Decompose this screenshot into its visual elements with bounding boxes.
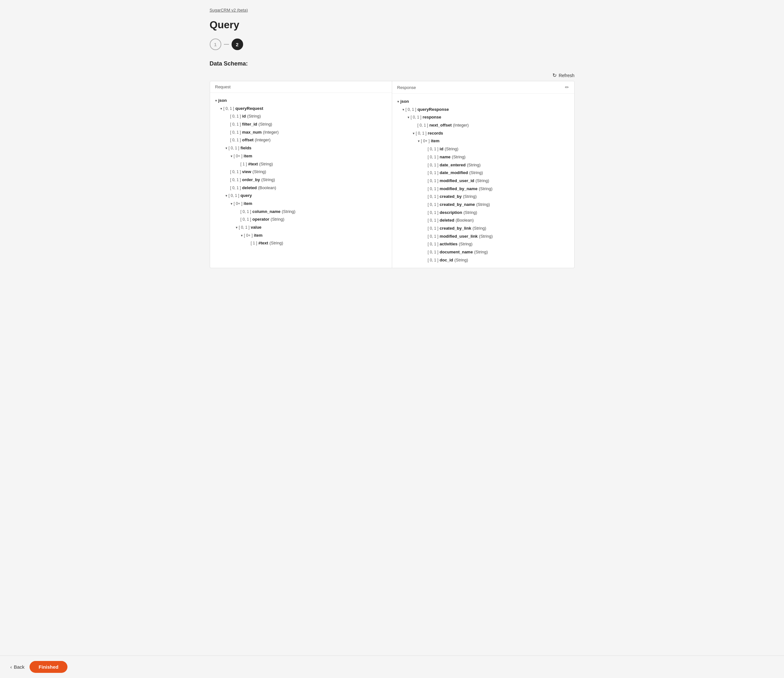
badge: [ 0, 1 ]: [428, 249, 439, 256]
field-name: column_name: [252, 208, 280, 216]
chevron-icon: ▾: [215, 97, 217, 104]
tree-row: [ 0, 1 ]name(String): [397, 153, 569, 161]
chevron-icon: ▾: [408, 114, 409, 121]
field-type: (Boolean): [258, 184, 276, 192]
field-type: (String): [473, 224, 486, 233]
badge: [ 0, 1 ]: [428, 177, 439, 185]
field-name: item: [244, 152, 252, 160]
tree-row: [ 0, 1 ]offset(Integer): [215, 136, 387, 144]
field-type: (String): [261, 176, 275, 184]
field-type: (String): [252, 168, 266, 176]
badge: [ 0, 1 ]: [230, 137, 241, 144]
badge: [ 0, 1 ]: [428, 217, 439, 224]
field-name: modified_by_name: [440, 185, 478, 193]
field-type: (String): [247, 112, 261, 120]
tree-row: [ 0, 1 ]description(String): [397, 209, 569, 217]
field-name: response: [423, 114, 441, 121]
tree-row: [ 0, 1 ]deleted(Boolean): [397, 216, 569, 224]
field-name: date_modified: [440, 169, 468, 177]
schema-container: Request ▾json▾[ 0, 1 ]queryRequest[ 0, 1…: [210, 81, 575, 268]
tree-row: [ 0, 1 ]doc_id(String): [397, 256, 569, 264]
field-name: created_by_link: [440, 224, 471, 233]
badge: [ 0, 1 ]: [230, 184, 241, 192]
chevron-icon: ▾: [403, 106, 404, 113]
section-title: Data Schema:: [210, 61, 575, 67]
field-name: deleted: [440, 216, 454, 224]
tree-row: ▾[ 0, 1 ]value: [215, 224, 387, 232]
badge: [ 0, 1 ]: [230, 129, 241, 136]
tree-row: [ 0, 1 ]document_name(String): [397, 248, 569, 256]
field-type: (String): [271, 216, 285, 224]
field-type: (String): [258, 120, 272, 129]
badge: [ 0, 1 ]: [241, 216, 251, 223]
chevron-icon: ▾: [220, 105, 222, 112]
tree-row: [ 0, 1 ]modified_user_id(String): [397, 177, 569, 185]
field-type: (String): [479, 233, 493, 241]
badge: [ 0, 1 ]: [428, 162, 439, 169]
tree-row: [ 0, 1 ]date_modified(String): [397, 169, 569, 177]
field-name: modified_user_id: [440, 177, 474, 185]
badge: [ 0+ ]: [421, 137, 430, 145]
breadcrumb[interactable]: SugarCRM v2 (beta): [210, 8, 575, 12]
field-type: (String): [474, 248, 488, 256]
edit-icon[interactable]: ✏: [565, 84, 569, 90]
request-panel: Request ▾json▾[ 0, 1 ]queryRequest[ 0, 1…: [210, 81, 392, 268]
field-name: max_num: [242, 129, 262, 137]
tree-row: ▾json: [397, 98, 569, 106]
tree-row: ▾[ 0+ ]item: [215, 152, 387, 160]
field-type: (String): [445, 145, 458, 153]
chevron-icon: ▾: [413, 130, 415, 137]
field-type: (Boolean): [456, 216, 473, 224]
tree-row: ▾[ 0, 1 ]fields: [215, 144, 387, 152]
refresh-icon: ↻: [552, 72, 557, 78]
field-type: (Integer): [255, 136, 271, 144]
field-type: (String): [479, 185, 493, 193]
response-panel-header: Response ✏: [392, 81, 574, 94]
badge: [ 1 ]: [241, 160, 247, 168]
request-panel-body: ▾json▾[ 0, 1 ]queryRequest[ 0, 1 ]id(Str…: [210, 93, 392, 251]
badge: [ 0, 1 ]: [428, 146, 439, 153]
tree-row: ▾[ 0+ ]item: [215, 200, 387, 208]
field-name: deleted: [242, 184, 257, 192]
chevron-icon: ▾: [236, 224, 238, 231]
field-name: created_by: [440, 193, 462, 201]
step-connector: [224, 44, 229, 45]
badge: [ 0, 1 ]: [416, 130, 426, 137]
badge: [ 1 ]: [251, 239, 257, 247]
field-name: order_by: [242, 176, 260, 184]
badge: [ 0, 1 ]: [428, 193, 439, 201]
field-name: operator: [252, 216, 269, 224]
badge: [ 0+ ]: [244, 232, 253, 239]
tree-row: [ 0, 1 ]date_entered(String): [397, 161, 569, 169]
tree-row: ▾[ 0, 1 ]records: [397, 129, 569, 137]
badge: [ 0, 1 ]: [428, 225, 439, 232]
badge: [ 0+ ]: [234, 152, 243, 160]
tree-row: [ 0, 1 ]modified_by_name(String): [397, 185, 569, 193]
field-name: view: [242, 168, 251, 176]
response-panel-body: ▾json▾[ 0, 1 ]queryResponse▾[ 0, 1 ]resp…: [392, 94, 574, 268]
badge: [ 0, 1 ]: [230, 113, 241, 120]
tree-row: [ 0, 1 ]deleted(Boolean): [215, 184, 387, 192]
badge: [ 0, 1 ]: [428, 209, 439, 216]
refresh-button[interactable]: ↻ Refresh: [552, 72, 574, 78]
toolbar: ↻ Refresh: [210, 72, 575, 78]
field-type: (String): [459, 240, 473, 248]
tree-row: ▾[ 0+ ]item: [215, 232, 387, 239]
field-type: (String): [467, 161, 481, 169]
badge: [ 0, 1 ]: [239, 224, 250, 231]
badge: [ 0+ ]: [234, 200, 243, 207]
field-name: item: [254, 232, 263, 239]
badge: [ 0, 1 ]: [428, 154, 439, 161]
field-name: json: [218, 97, 227, 105]
badge: [ 0, 1 ]: [229, 145, 239, 152]
field-name: document_name: [440, 248, 473, 256]
field-name: queryRequest: [235, 105, 263, 113]
tree-row: ▾[ 0, 1 ]response: [397, 114, 569, 121]
tree-row: ▾[ 0+ ]item: [397, 137, 569, 145]
badge: [ 0, 1 ]: [230, 176, 241, 184]
tree-row: [ 0, 1 ]operator(String): [215, 216, 387, 224]
badge: [ 0, 1 ]: [428, 257, 439, 264]
tree-row: ▾[ 0, 1 ]queryResponse: [397, 106, 569, 114]
field-name: queryResponse: [417, 106, 449, 114]
badge: [ 0, 1 ]: [406, 106, 416, 114]
